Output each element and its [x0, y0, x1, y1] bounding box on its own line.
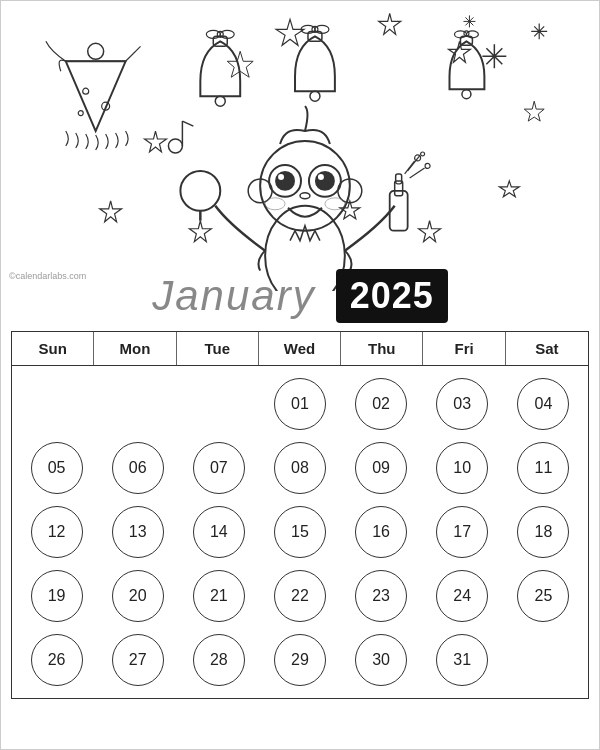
- day-cell-10[interactable]: 10: [422, 438, 503, 498]
- calendar-row-1: 01 02 03 04: [16, 374, 584, 434]
- day-cell-22[interactable]: 22: [259, 566, 340, 626]
- day-cell-4[interactable]: 04: [503, 374, 584, 434]
- illustration-svg: [1, 1, 599, 291]
- day-cell-empty-4: [503, 630, 584, 690]
- calendar-section: Sun Mon Tue Wed Thu Fri Sat 01 02 03 04 …: [1, 331, 599, 749]
- svg-line-32: [182, 121, 193, 126]
- day-cell-24[interactable]: 24: [422, 566, 503, 626]
- day-cell-12[interactable]: 12: [16, 502, 97, 562]
- day-cell-5[interactable]: 05: [16, 438, 97, 498]
- day-cell-18[interactable]: 18: [503, 502, 584, 562]
- day-cell-empty-2: [97, 374, 178, 434]
- svg-point-39: [278, 174, 284, 180]
- day-cell-15[interactable]: 15: [259, 502, 340, 562]
- calendar-row-2: 05 06 07 08 09 10 11: [16, 438, 584, 498]
- calendar-row-5: 26 27 28 29 30 31: [16, 630, 584, 690]
- day-cell-17[interactable]: 17: [422, 502, 503, 562]
- day-cell-27[interactable]: 27: [97, 630, 178, 690]
- day-cell-9[interactable]: 09: [341, 438, 422, 498]
- svg-point-42: [318, 174, 324, 180]
- day-cell-8[interactable]: 08: [259, 438, 340, 498]
- day-cell-25[interactable]: 25: [503, 566, 584, 626]
- svg-point-26: [462, 90, 471, 99]
- svg-marker-7: [499, 181, 519, 197]
- svg-point-14: [78, 111, 83, 116]
- day-cell-21[interactable]: 21: [178, 566, 259, 626]
- svg-marker-3: [145, 131, 167, 152]
- svg-rect-48: [390, 191, 408, 231]
- day-cell-14[interactable]: 14: [178, 502, 259, 562]
- svg-point-30: [168, 139, 182, 153]
- day-cell-6[interactable]: 06: [97, 438, 178, 498]
- svg-marker-4: [189, 221, 211, 242]
- year-badge: 2025: [336, 269, 448, 323]
- svg-point-11: [88, 43, 104, 59]
- day-cell-26[interactable]: 26: [16, 630, 97, 690]
- calendar-grid: 01 02 03 04 05 06 07 08 09 10 11 12 13 1…: [11, 365, 589, 699]
- day-header-sun: Sun: [12, 332, 94, 365]
- svg-marker-5: [100, 201, 122, 222]
- day-cell-28[interactable]: 28: [178, 630, 259, 690]
- calendar-row-4: 19 20 21 22 23 24 25: [16, 566, 584, 626]
- day-cell-3[interactable]: 03: [422, 374, 503, 434]
- svg-line-52: [410, 168, 425, 178]
- day-header-thu: Thu: [341, 332, 423, 365]
- month-title: January: [152, 272, 315, 320]
- svg-rect-50: [396, 174, 402, 184]
- watermark: ©calendarlabs.com: [9, 271, 86, 281]
- svg-point-41: [315, 171, 335, 191]
- svg-point-12: [83, 88, 89, 94]
- svg-point-55: [425, 163, 430, 168]
- day-cell-7[interactable]: 07: [178, 438, 259, 498]
- day-cell-29[interactable]: 29: [259, 630, 340, 690]
- day-header-fri: Fri: [423, 332, 505, 365]
- day-header-tue: Tue: [177, 332, 259, 365]
- svg-marker-1: [379, 13, 401, 34]
- svg-line-51: [405, 161, 415, 174]
- day-cell-23[interactable]: 23: [341, 566, 422, 626]
- svg-marker-0: [276, 19, 304, 45]
- svg-point-38: [275, 171, 295, 191]
- svg-marker-9: [66, 61, 126, 131]
- calendar-row-3: 12 13 14 15 16 17 18: [16, 502, 584, 562]
- day-cell-16[interactable]: 16: [341, 502, 422, 562]
- svg-point-44: [265, 198, 285, 210]
- illustration-area: January 2025 ©calendarlabs.com: [1, 1, 599, 331]
- svg-point-16: [215, 96, 225, 106]
- day-headers: Sun Mon Tue Wed Thu Fri Sat: [11, 331, 589, 365]
- day-cell-20[interactable]: 20: [97, 566, 178, 626]
- day-header-mon: Mon: [94, 332, 176, 365]
- day-cell-empty-1: [16, 374, 97, 434]
- day-header-wed: Wed: [259, 332, 341, 365]
- svg-point-21: [310, 91, 320, 101]
- svg-point-43: [300, 193, 310, 199]
- day-cell-2[interactable]: 02: [341, 374, 422, 434]
- day-cell-13[interactable]: 13: [97, 502, 178, 562]
- day-cell-empty-3: [178, 374, 259, 434]
- day-cell-30[interactable]: 30: [341, 630, 422, 690]
- svg-point-46: [180, 171, 220, 211]
- day-cell-1[interactable]: 01: [259, 374, 340, 434]
- day-cell-19[interactable]: 19: [16, 566, 97, 626]
- svg-point-45: [325, 198, 345, 210]
- day-cell-31[interactable]: 31: [422, 630, 503, 690]
- day-cell-11[interactable]: 11: [503, 438, 584, 498]
- svg-point-56: [421, 152, 425, 156]
- calendar-page: January 2025 ©calendarlabs.com Sun Mon T…: [0, 0, 600, 750]
- svg-marker-6: [419, 221, 441, 242]
- title-row: January 2025: [1, 269, 599, 323]
- day-header-sat: Sat: [506, 332, 588, 365]
- svg-line-53: [408, 156, 420, 171]
